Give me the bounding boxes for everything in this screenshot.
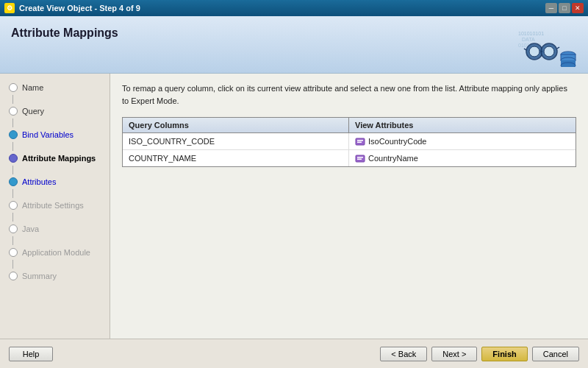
step-dot-query [9,107,18,116]
header-icons: 101010101 DATA 01010010 [518,26,577,67]
content-area: To remap a query column, click on its cu… [110,74,588,339]
close-button[interactable]: ✕ [572,3,584,13]
svg-text:101010101: 101010101 [518,31,544,36]
maximize-button[interactable]: □ [559,3,570,13]
sidebar-item-summary: Summary [0,269,110,283]
next-button[interactable]: Next > [431,347,477,361]
step-line-7 [12,236,13,245]
finish-button[interactable]: Finish [481,347,527,361]
step-line-4 [12,166,13,174]
svg-point-6 [544,46,554,57]
table-row[interactable]: ISO_COUNTRY_CODE IsoCountryCode [123,133,576,150]
step-line-8 [12,260,13,269]
dialog: Attribute Mappings 101010101 DATA 010100… [0,16,588,368]
footer-left: Help [9,347,53,361]
app-icon: ⚙ [4,3,15,13]
sidebar-item-attribute-settings: Attribute Settings [0,199,110,212]
sidebar-item-attribute-mappings[interactable]: Attribute Mappings [0,152,110,165]
description-text: To remap a query column, click on its cu… [122,82,576,107]
attribute-icon [355,136,365,146]
svg-rect-16 [357,140,363,141]
minimize-button[interactable]: ─ [545,3,557,13]
table-header: Query Columns View Attributes [123,118,576,133]
table-cell-iso-attr: IsoCountryCode [349,133,576,149]
step-line-6 [12,213,13,222]
svg-point-4 [529,46,539,57]
header-title-area: Attribute Mappings [11,24,118,40]
help-button[interactable]: Help [9,347,53,361]
table-header-query-columns: Query Columns [123,118,349,132]
step-dot-attribute-settings [9,201,18,210]
svg-point-14 [561,63,576,67]
dialog-header: Attribute Mappings 101010101 DATA 010100… [0,16,588,74]
sidebar: Name Query Bind Variables Attribute Mapp… [0,74,110,339]
svg-rect-19 [357,157,363,158]
step-dot-name [9,83,18,92]
title-bar-controls: ─ □ ✕ [545,3,584,13]
table-cell-country-attr: CountryName [349,150,576,166]
title-bar-title: Create View Object - Step 4 of 9 [19,4,140,13]
svg-rect-17 [357,142,362,144]
sidebar-item-name[interactable]: Name [0,81,110,94]
sidebar-item-query[interactable]: Query [0,105,110,118]
table-row[interactable]: COUNTRY_NAME CountryName [123,150,576,166]
sidebar-item-attributes[interactable]: Attributes [0,175,110,188]
step-dot-application-module [9,248,18,257]
dialog-footer: Help < Back Next > Finish Cancel [0,339,588,368]
title-bar: ⚙ Create View Object - Step 4 of 9 ─ □ ✕ [0,0,588,16]
mapping-table: Query Columns View Attributes ISO_COUNTR… [122,117,576,167]
dialog-body: Name Query Bind Variables Attribute Mapp… [0,74,588,339]
table-cell-country-query: COUNTRY_NAME [123,150,349,166]
svg-line-8 [524,49,526,50]
step-dot-attributes [9,177,18,186]
svg-line-9 [557,47,559,49]
step-line-1 [12,95,13,104]
title-bar-left: ⚙ Create View Object - Step 4 of 9 [4,3,140,13]
step-dot-bind-variables [9,130,18,139]
cancel-button[interactable]: Cancel [532,347,579,361]
header-illustration: 101010101 DATA 01010010 [518,26,577,67]
back-button[interactable]: < Back [380,347,427,361]
attribute-icon [355,153,365,163]
step-dot-java [9,224,18,233]
sidebar-item-java: Java [0,222,110,236]
table-cell-iso-query: ISO_COUNTRY_CODE [123,133,349,149]
step-line-5 [12,189,13,198]
svg-rect-20 [357,159,362,160]
sidebar-item-application-module: Application Module [0,246,110,259]
svg-text:DATA: DATA [522,37,535,42]
step-dot-summary [9,272,18,280]
step-dot-attribute-mappings [9,154,18,163]
step-line-3 [12,142,13,151]
step-line-2 [12,118,13,127]
table-header-view-attributes: View Attributes [349,118,576,132]
footer-right: < Back Next > Finish Cancel [380,347,579,361]
dialog-title: Attribute Mappings [11,26,118,40]
sidebar-item-bind-variables[interactable]: Bind Variables [0,128,110,141]
